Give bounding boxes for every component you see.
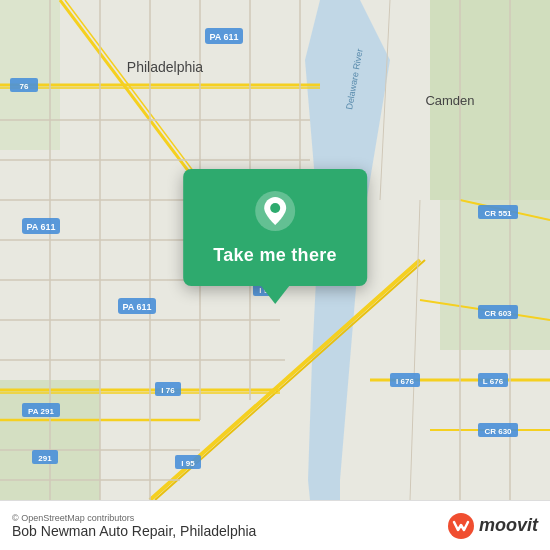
svg-rect-5 — [0, 0, 60, 150]
svg-text:291: 291 — [38, 454, 52, 463]
place-name: Bob Newman Auto Repair, Philadelphia — [12, 523, 256, 539]
svg-rect-3 — [440, 200, 550, 350]
location-pin-icon — [253, 189, 297, 233]
map-container: PA 611 PA 611 PA 611 76 I 76 I 95 I 95 P… — [0, 0, 550, 500]
moovit-icon — [447, 512, 475, 540]
take-me-there-button[interactable]: Take me there — [213, 245, 337, 266]
svg-text:CR 603: CR 603 — [484, 309, 512, 318]
moovit-logo[interactable]: moovit — [447, 512, 538, 540]
moovit-text: moovit — [479, 515, 538, 536]
popup-triangle — [261, 286, 289, 304]
svg-text:L 676: L 676 — [483, 377, 504, 386]
svg-text:CR 630: CR 630 — [484, 427, 512, 436]
svg-text:PA 611: PA 611 — [26, 222, 55, 232]
svg-text:76: 76 — [20, 82, 29, 91]
popup-card: Take me there — [183, 169, 367, 286]
svg-text:PA 611: PA 611 — [209, 32, 238, 42]
osm-credit: © OpenStreetMap contributors — [12, 513, 256, 523]
svg-text:PA 611: PA 611 — [122, 302, 151, 312]
svg-text:I 676: I 676 — [396, 377, 414, 386]
svg-point-70 — [270, 203, 280, 213]
svg-text:I 76: I 76 — [161, 386, 175, 395]
svg-text:CR 551: CR 551 — [484, 209, 512, 218]
footer-left: © OpenStreetMap contributors Bob Newman … — [12, 513, 256, 539]
svg-text:PA 291: PA 291 — [28, 407, 54, 416]
footer: © OpenStreetMap contributors Bob Newman … — [0, 500, 550, 550]
svg-text:Camden: Camden — [425, 93, 474, 108]
location-popup: Take me there — [183, 169, 367, 304]
svg-text:I 95: I 95 — [181, 459, 195, 468]
svg-text:Philadelphia: Philadelphia — [127, 59, 203, 75]
